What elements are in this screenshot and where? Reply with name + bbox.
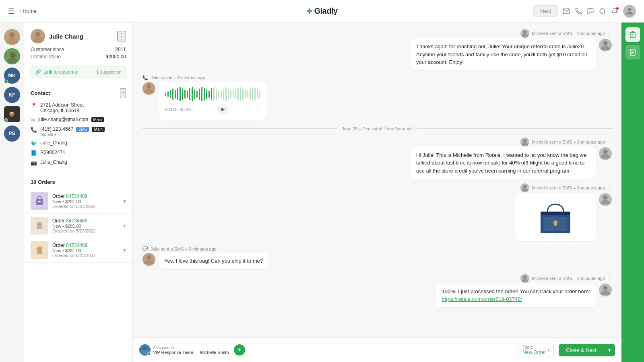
chat-messages: Michelle sent a SMS – 8 minutes ago ⋮ Th… (133, 23, 621, 337)
inbound-call-msg: 📞 Julie called – 8 minutes ago 00:00 / 0… (142, 75, 612, 120)
customer-avatar-5 (142, 253, 155, 266)
sidebar-avatar-kf[interactable]: KF (4, 87, 20, 103)
chat-icon-button[interactable] (587, 8, 594, 15)
add-conversation-button[interactable]: + (234, 344, 245, 356)
msg-menu-icon-6[interactable]: ⋮ (607, 276, 612, 281)
agent-line-4: Michelle sent a SMS – 8 minutes ago ⋮ (142, 183, 612, 192)
msg-menu-icon-3[interactable]: ⋮ (607, 139, 612, 144)
email-icon-button[interactable] (563, 8, 570, 15)
sidebar-avatar-mk[interactable]: MK (4, 68, 20, 84)
orders-section: 10 Orders (24, 174, 132, 185)
outbound-img-msg: Michelle sent a SMS – 8 minutes ago ⋮ (142, 183, 612, 241)
customer-panel: Julie Chang ⋮ Customer since 2011 Lifeti… (24, 23, 133, 362)
order-status-3: New • $281.00 (52, 248, 119, 253)
order-item-1[interactable]: Order 84734489 New • $281.00 Ordered on … (24, 189, 132, 214)
topic-label: Topic (522, 345, 546, 350)
topic-selector-content: Topic New Order (522, 345, 546, 355)
customer-since-label: Customer since (31, 47, 64, 52)
email-icon: ✉ (31, 117, 35, 123)
order-item-2[interactable]: Order 84734489 New • $281.00 Ordered on … (24, 214, 132, 238)
link-suggestion: 1 suggestion (97, 70, 122, 74)
agent-avatar-4 (520, 183, 529, 192)
msg-text-1: Thanks again for reaching out, Julie! Yo… (416, 43, 587, 65)
voice-play-button[interactable]: ▶ (217, 104, 229, 115)
msg-link-6[interactable]: https://retale.com/order219-03748/ (442, 296, 522, 302)
twitter-icon: 🐦 (31, 140, 37, 146)
topic-selector[interactable]: Topic New Order ▾ (518, 342, 554, 358)
contact-phone-info: (415) 123-4567 SMS Main Mobile ▾ (40, 126, 105, 137)
panel-icon-clipboard[interactable] (625, 27, 640, 42)
agent-meta-1: Michelle sent a SMS – 8 minutes ago (532, 31, 605, 36)
search-icon-button[interactable] (599, 8, 606, 15)
assigned-team-name: VIP Response Team — Michelle Smith (153, 350, 229, 355)
contact-add-button[interactable]: + (120, 88, 126, 98)
order-status-2: New • $281.00 (52, 224, 119, 228)
order-date-2: Ordered on 5/23/2022 (52, 228, 119, 233)
orders-section-title: 10 Orders (31, 179, 55, 185)
instagram-icon: 📷 (31, 160, 37, 166)
next-button[interactable]: Next (533, 5, 558, 17)
sidebar-avatar-1[interactable] (4, 29, 20, 45)
msg-agent-avatar-4 (599, 193, 612, 206)
order-info-3: Order 84734489 New • $281.00 Ordered on … (52, 243, 119, 258)
msg-agent-avatar-6 (599, 284, 612, 296)
order-link-1[interactable]: 84734489 (66, 193, 87, 199)
order-status-1: New • $281.00 (52, 199, 119, 204)
order-link-2[interactable]: 84734489 (66, 218, 87, 224)
svg-point-20 (523, 31, 526, 34)
box-icon: 📦 (9, 111, 15, 117)
panel-icon-document[interactable] (625, 45, 640, 60)
customer-header-left: Julie Chang (31, 29, 83, 43)
msg-menu-icon-4[interactable]: ⋮ (607, 185, 612, 191)
phone-icon-button[interactable] (575, 8, 582, 15)
order-link-3[interactable]: 84734489 (66, 243, 87, 248)
outbound-msg-6: Michelle sent a SMS – 8 minutes ago ⋮ 10… (142, 274, 612, 307)
close-next-button[interactable]: Close & Next (559, 344, 604, 356)
msg-text-6: 100%! I just processed the order! You ca… (442, 288, 590, 294)
close-next-dropdown[interactable]: ▾ (604, 344, 615, 356)
back-to-home[interactable]: ‹ Home (19, 8, 37, 14)
avatar-kf-initials: KF (9, 92, 15, 98)
avatar-badge-box (4, 118, 8, 122)
svg-point-5 (9, 32, 15, 38)
agent-avatar-3 (520, 138, 529, 146)
sidebar-avatar-box[interactable]: 📦 (4, 106, 20, 122)
svg-point-22 (603, 41, 608, 45)
chat-bottom-bar: Assigned to VIP Response Team — Michelle… (133, 337, 621, 362)
conversation-list-sidebar: MK KF 📦 PS (0, 23, 24, 362)
order-number-3: Order 84734489 (52, 243, 119, 248)
call-icon: 📞 (142, 75, 148, 80)
agent-avatar-1 (520, 29, 529, 38)
link-to-customer-button[interactable]: 🔗 Link to customer 1 suggestion (31, 66, 126, 78)
chat-input[interactable] (250, 347, 514, 353)
svg-point-1 (600, 8, 605, 13)
sidebar-avatar-ps[interactable]: PS (4, 125, 20, 142)
topnav-left: ☰ ‹ Home (8, 7, 37, 16)
order-thumb-1 (31, 192, 48, 210)
svg-rect-35 (543, 217, 568, 231)
email-main-badge: Main (91, 117, 104, 122)
agent-meta-3: Michelle sent a SMS – 8 minutes ago (532, 140, 605, 144)
home-label: Home (23, 8, 37, 14)
voice-menu[interactable]: ⋮ (255, 106, 260, 112)
image-message-bubble (515, 193, 596, 241)
msg-menu-5[interactable]: ⋮ (260, 256, 265, 264)
user-avatar[interactable] (623, 5, 636, 18)
notifications-button[interactable] (611, 8, 618, 15)
topnav-right: Next (533, 5, 636, 18)
assigned-info: Assigned to VIP Response Team — Michelle… (139, 344, 229, 356)
msg-bubble-1: Thanks again for reaching out, Julie! Yo… (411, 39, 596, 70)
svg-point-37 (603, 195, 608, 200)
contact-email: julie.chang@gmail.com (38, 117, 88, 122)
sidebar-avatar-2[interactable] (4, 48, 20, 64)
msg-text-3: Hi Julie! This is Michelle from Rotale. … (416, 152, 586, 174)
svg-point-41 (523, 276, 526, 279)
main-layout: MK KF 📦 PS Julie Chang ⋮ (0, 23, 644, 362)
phone-type-label: Mobile (40, 132, 53, 137)
order-item-3[interactable]: Order 84734489 New • $281.00 Ordered on … (24, 238, 132, 263)
customer-menu-button[interactable]: ⋮ (117, 31, 126, 41)
voice-message-bubble: 00:00 / 05:48 ▶ ⋮ (159, 82, 267, 120)
caller-avatar (142, 82, 155, 95)
hamburger-menu[interactable]: ☰ (8, 7, 14, 16)
msg-menu-icon-1[interactable]: ⋮ (607, 31, 612, 36)
